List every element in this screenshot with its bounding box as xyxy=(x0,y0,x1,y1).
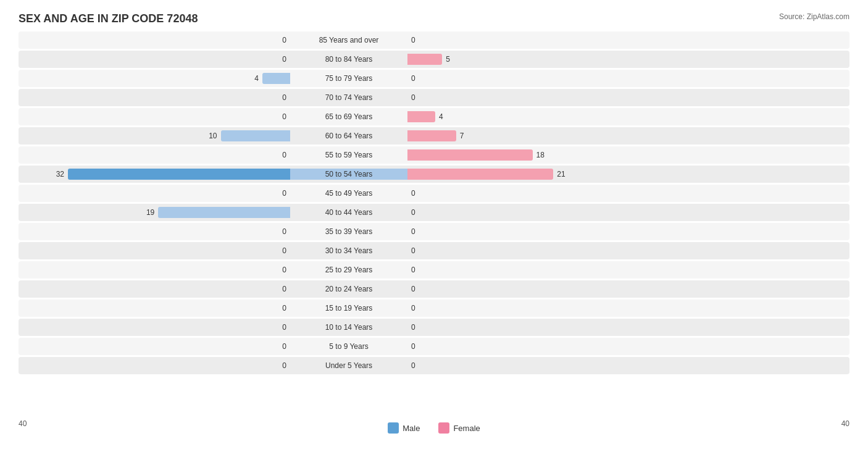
male-value: 0 xyxy=(268,361,286,370)
age-label: 75 to 79 Years xyxy=(290,73,407,84)
left-section: 0 xyxy=(19,31,290,49)
chart-row: 070 to 74 Years0 xyxy=(19,89,849,106)
legend-male: Male xyxy=(388,422,420,434)
right-section: 0 xyxy=(407,204,679,221)
male-value: 0 xyxy=(268,189,286,198)
chart-row: 0Under 5 Years0 xyxy=(19,357,849,374)
age-label: Under 5 Years xyxy=(290,360,407,371)
age-label: 25 to 29 Years xyxy=(290,264,407,275)
chart-row: 035 to 39 Years0 xyxy=(19,223,849,240)
axis-left: 40 xyxy=(19,419,27,434)
female-value: 0 xyxy=(411,285,430,293)
left-section: 0 xyxy=(19,89,290,106)
left-section: 19 xyxy=(19,204,290,221)
male-value: 32 xyxy=(46,170,64,178)
right-section: 0 xyxy=(407,89,679,106)
male-bar xyxy=(68,169,290,180)
legend-female-box xyxy=(438,422,449,434)
right-section: 0 xyxy=(407,300,679,317)
chart-row: 065 to 69 Years4 xyxy=(19,108,849,125)
right-section: 21 xyxy=(407,166,679,183)
chart-row: 010 to 14 Years0 xyxy=(19,319,849,336)
age-label: 60 to 64 Years xyxy=(290,130,407,141)
legend: Male Female xyxy=(388,422,480,434)
right-section: 0 xyxy=(407,338,679,355)
right-section: 18 xyxy=(407,146,679,164)
female-value: 0 xyxy=(411,246,430,255)
female-value: 18 xyxy=(536,151,555,159)
left-section: 4 xyxy=(19,70,290,87)
female-value: 7 xyxy=(460,132,478,140)
right-section: 0 xyxy=(407,242,679,259)
age-label: 55 to 59 Years xyxy=(290,149,407,161)
male-value: 4 xyxy=(240,74,259,83)
left-section: 0 xyxy=(19,146,290,164)
male-value: 0 xyxy=(268,36,286,44)
age-label: 35 to 39 Years xyxy=(290,226,407,237)
left-section: 32 xyxy=(19,166,290,183)
female-value: 0 xyxy=(411,74,430,83)
female-value: 0 xyxy=(411,304,430,312)
female-value: 0 xyxy=(411,266,430,274)
female-value: 0 xyxy=(411,342,430,351)
left-section: 0 xyxy=(19,223,290,240)
legend-female-label: Female xyxy=(453,424,480,433)
chart-row: 085 Years and over0 xyxy=(19,31,849,49)
female-value: 21 xyxy=(557,170,575,178)
left-section: 0 xyxy=(19,242,290,259)
right-section: 0 xyxy=(407,223,679,240)
left-section: 0 xyxy=(19,300,290,317)
right-section: 7 xyxy=(407,127,679,145)
male-value: 0 xyxy=(268,304,286,312)
right-section: 0 xyxy=(407,319,679,336)
axis-right: 40 xyxy=(841,419,849,434)
left-section: 0 xyxy=(19,108,290,125)
male-value: 0 xyxy=(268,112,286,121)
legend-male-label: Male xyxy=(403,424,420,433)
male-value: 0 xyxy=(268,323,286,332)
male-value: 0 xyxy=(268,227,286,236)
age-label: 30 to 34 Years xyxy=(290,245,407,256)
male-value: 0 xyxy=(268,151,286,159)
right-section: 4 xyxy=(407,108,679,125)
left-section: 0 xyxy=(19,185,290,202)
age-label: 5 to 9 Years xyxy=(290,341,407,352)
chart-row: 080 to 84 Years5 xyxy=(19,51,849,68)
chart-row: 045 to 49 Years0 xyxy=(19,185,849,202)
chart-title: SEX AND AGE IN ZIP CODE 72048 xyxy=(19,12,849,25)
source-label: Source: ZipAtlas.com xyxy=(779,12,849,21)
age-label: 15 to 19 Years xyxy=(290,303,407,314)
age-label: 80 to 84 Years xyxy=(290,54,407,65)
female-value: 0 xyxy=(411,93,430,102)
chart-row: 3250 to 54 Years21 xyxy=(19,166,849,183)
chart-row: 030 to 34 Years0 xyxy=(19,242,849,259)
female-bar xyxy=(407,111,435,122)
chart-row: 025 to 29 Years0 xyxy=(19,261,849,279)
female-value: 0 xyxy=(411,36,430,44)
male-value: 0 xyxy=(268,266,286,274)
right-section: 0 xyxy=(407,70,679,87)
female-value: 4 xyxy=(439,112,457,121)
left-section: 0 xyxy=(19,357,290,374)
male-value: 0 xyxy=(268,93,286,102)
axis-row: 40 Male Female 40 xyxy=(19,419,849,434)
right-section: 5 xyxy=(407,51,679,68)
left-section: 0 xyxy=(19,261,290,279)
right-section: 0 xyxy=(407,357,679,374)
age-label: 45 to 49 Years xyxy=(290,188,407,199)
age-label: 20 to 24 Years xyxy=(290,283,407,295)
left-section: 0 xyxy=(19,319,290,336)
female-value: 5 xyxy=(446,55,464,64)
female-value: 0 xyxy=(411,323,430,332)
female-value: 0 xyxy=(411,189,430,198)
chart-row: 055 to 59 Years18 xyxy=(19,146,849,164)
female-bar xyxy=(407,54,442,65)
left-section: 10 xyxy=(19,127,290,145)
male-bar xyxy=(158,207,290,218)
male-bar xyxy=(262,73,290,84)
female-bar xyxy=(407,149,533,161)
chart-row: 1940 to 44 Years0 xyxy=(19,204,849,221)
male-value: 19 xyxy=(136,208,154,217)
right-section: 0 xyxy=(407,280,679,298)
age-label: 70 to 74 Years xyxy=(290,92,407,103)
